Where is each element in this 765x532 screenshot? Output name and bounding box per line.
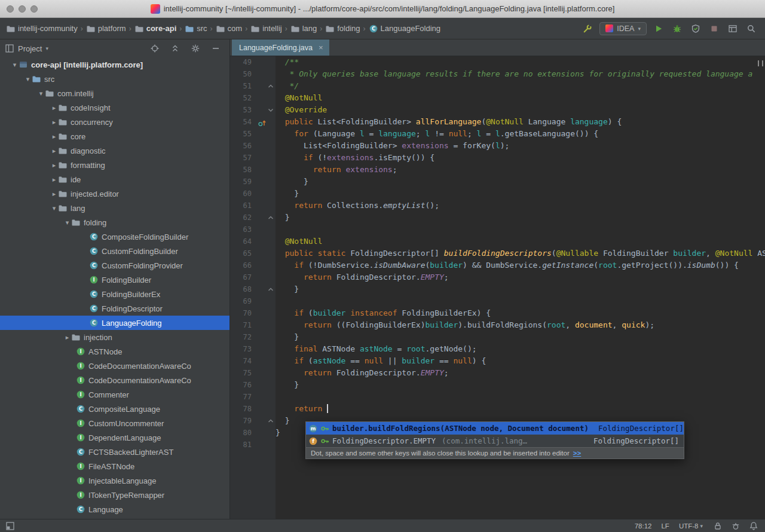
line-number[interactable]: 70	[230, 307, 258, 319]
line-number[interactable]: 62	[230, 212, 258, 224]
code-line-54[interactable]: 54 public List<FoldingBuilder> allForLan…	[230, 116, 765, 128]
minimize-button[interactable]	[19, 5, 26, 13]
tree-item-codedocumentationawareco[interactable]: ICodeDocumentationAwareCo	[0, 359, 230, 373]
code-text[interactable]: final ASTNode astNode = root.getNode();	[276, 343, 765, 355]
code-line-56[interactable]: 56 List<FoldingBuilder> extensions = for…	[230, 140, 765, 152]
line-number[interactable]: 74	[230, 355, 258, 367]
code-text[interactable]: @NotNull	[276, 236, 765, 247]
code-text[interactable]: }	[276, 176, 765, 188]
tree-expand-arrow[interactable]: ▾	[11, 61, 19, 69]
code-line-65[interactable]: 65 public static FoldingDescriptor[] bui…	[230, 247, 765, 259]
line-number[interactable]: 60	[230, 188, 258, 200]
stop-button[interactable]	[708, 22, 721, 35]
breadcrumb-intellij-community[interactable]: intellij-community	[5, 23, 79, 35]
code-text[interactable]: }	[276, 283, 765, 295]
caret-position[interactable]: 78:12	[635, 522, 652, 530]
fold-column[interactable]	[267, 283, 276, 295]
breadcrumb-languagefolding[interactable]: CLanguageFolding	[368, 23, 442, 35]
tree-expand-arrow[interactable]: ▾	[63, 219, 71, 227]
tree-expand-arrow[interactable]: ▸	[50, 104, 58, 112]
code-text[interactable]: return	[276, 403, 765, 415]
collapse-all-button[interactable]	[169, 42, 182, 55]
tree-item-injectablelanguage[interactable]: IInjectableLanguage	[0, 473, 230, 488]
line-number[interactable]: 52	[230, 92, 258, 104]
code-line-53[interactable]: 53 @Override	[230, 104, 765, 116]
line-number[interactable]: 57	[230, 152, 258, 164]
line-number[interactable]: 71	[230, 319, 258, 331]
code-line-66[interactable]: 66 if (!DumbService.isDumbAware(builder)…	[230, 259, 765, 271]
code-line-49[interactable]: 49 /**	[230, 56, 765, 68]
code-line-73[interactable]: 73 final ASTNode astNode = root.getNode(…	[230, 343, 765, 355]
line-number[interactable]: 56	[230, 140, 258, 152]
code-text[interactable]: }	[276, 188, 765, 200]
line-number[interactable]: 76	[230, 379, 258, 391]
line-number[interactable]: 53	[230, 104, 258, 116]
tree-item-customfoldingprovider[interactable]: CCustomFoldingProvider	[0, 258, 230, 273]
close-tab-icon[interactable]: ×	[319, 43, 323, 52]
code-text[interactable]: if (!extensions.isEmpty()) {	[276, 152, 765, 164]
hector-button[interactable]	[730, 521, 741, 531]
code-line-62[interactable]: 62 }	[230, 212, 765, 224]
fold-column[interactable]	[267, 104, 276, 116]
line-number[interactable]: 50	[230, 68, 258, 80]
tree-item-core-api-intellij-platform-core[interactable]: ▾core-api [intellij.platform.core]	[0, 57, 230, 72]
project-panel-title[interactable]: Project	[18, 44, 42, 53]
tree-item-injection[interactable]: ▸injection	[0, 330, 230, 344]
code-text[interactable]: if (builder instanceof FoldingBuilderEx)…	[276, 307, 765, 319]
line-number[interactable]: 78	[230, 403, 258, 415]
code-line-58[interactable]: 58 return extensions;	[230, 164, 765, 176]
code-line-75[interactable]: 75 return FoldingDescriptor.EMPTY;	[230, 367, 765, 379]
code-line-69[interactable]: 69	[230, 295, 765, 307]
code-text[interactable]: return FoldingDescriptor.EMPTY;	[276, 367, 765, 379]
code-text[interactable]: }	[276, 331, 765, 343]
breadcrumb-intellij[interactable]: intellij	[249, 23, 283, 35]
fold-column[interactable]	[267, 415, 276, 427]
code-line-76[interactable]: 76 }	[230, 379, 765, 391]
breadcrumb-src[interactable]: src	[183, 23, 208, 35]
line-number[interactable]: 79	[230, 415, 258, 427]
code-line-51[interactable]: 51 */	[230, 80, 765, 92]
line-number[interactable]: 61	[230, 200, 258, 212]
tree-item-concurrency[interactable]: ▸concurrency	[0, 115, 230, 129]
line-number[interactable]: 73	[230, 343, 258, 355]
code-text[interactable]: for (Language l = language; l != null; l…	[276, 128, 765, 140]
tree-expand-arrow[interactable]: ▸	[50, 176, 58, 184]
code-text[interactable]: public static FoldingDescriptor[] buildF…	[276, 247, 765, 259]
line-number[interactable]: 67	[230, 271, 258, 283]
tree-item-injected-editor[interactable]: ▸injected.editor	[0, 186, 230, 201]
breadcrumb-lang[interactable]: lang	[289, 23, 319, 35]
tree-item-foldingbuilder[interactable]: IFoldingBuilder	[0, 273, 230, 287]
line-number[interactable]: 81	[230, 439, 258, 451]
tree-item-compositelanguage[interactable]: CCompositeLanguage	[0, 402, 230, 416]
code-line-67[interactable]: 67 return FoldingDescriptor.EMPTY;	[230, 271, 765, 283]
line-number[interactable]: 63	[230, 224, 258, 236]
line-number[interactable]: 51	[230, 80, 258, 92]
code-text[interactable]: }	[276, 212, 765, 224]
tree-item-core[interactable]: ▸core	[0, 129, 230, 143]
line-number[interactable]: 80	[230, 427, 258, 439]
code-text[interactable]: if (!DumbService.isDumbAware(builder) &&…	[276, 259, 765, 271]
code-text[interactable]: return Collections.emptyList();	[276, 200, 765, 212]
tree-item-foldingdescriptor[interactable]: CFoldingDescriptor	[0, 301, 230, 316]
tree-item-fctsbackedlighterast[interactable]: CFCTSBackedLighterAST	[0, 445, 230, 459]
tree-item-customuncommenter[interactable]: ICustomUncommenter	[0, 416, 230, 430]
code-line-55[interactable]: 55 for (Language l = language; l != null…	[230, 128, 765, 140]
tree-expand-arrow[interactable]: ▾	[24, 75, 32, 83]
line-number[interactable]: 77	[230, 391, 258, 403]
tab-languagefolding-java[interactable]: LanguageFolding.java ×	[232, 39, 329, 56]
code-text[interactable]: if (astNode == null || builder == null) …	[276, 355, 765, 367]
tree-expand-arrow[interactable]: ▸	[63, 334, 71, 341]
tree-item-com-intellij[interactable]: ▾com.intellij	[0, 86, 230, 100]
tree-expand-arrow[interactable]: ▸	[50, 190, 58, 198]
tree-item-fileastnode[interactable]: IFileASTNode	[0, 459, 230, 473]
code-line-70[interactable]: 70 if (builder instanceof FoldingBuilder…	[230, 307, 765, 319]
zoom-button[interactable]	[30, 5, 38, 13]
bell-button[interactable]	[748, 521, 759, 531]
line-number[interactable]: 75	[230, 367, 258, 379]
error-stripe[interactable]	[758, 56, 765, 519]
breadcrumb-com[interactable]: com	[215, 23, 244, 35]
code-line-50[interactable]: 50 * Only queries base language results …	[230, 68, 765, 80]
toolwindows-button[interactable]	[4, 519, 17, 532]
code-text[interactable]: */	[276, 80, 765, 92]
code-line-77[interactable]: 77	[230, 391, 765, 403]
